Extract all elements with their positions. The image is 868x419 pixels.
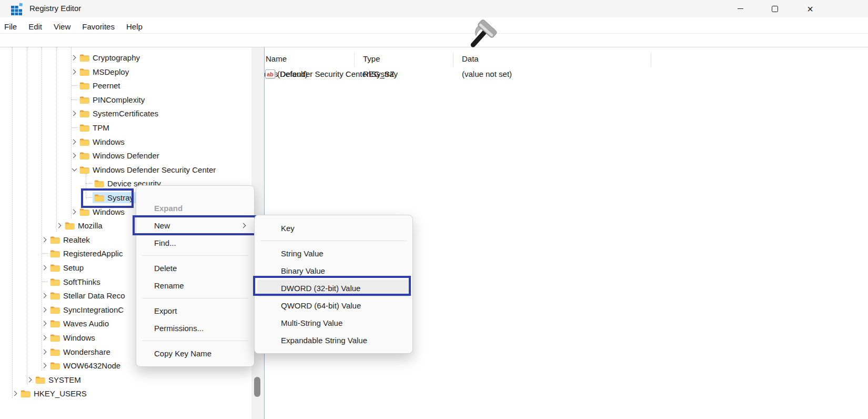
- chevron-icon[interactable]: [41, 348, 48, 355]
- chevron-icon[interactable]: [56, 222, 63, 230]
- tree-item-body[interactable]: Mozilla: [63, 220, 106, 231]
- tree-item-windows[interactable]: Windows: [0, 135, 251, 149]
- maximize-button[interactable]: [763, 0, 787, 17]
- tree-item-body[interactable]: SoftThinks: [48, 276, 104, 287]
- folder-icon: [79, 208, 89, 216]
- menubar-item-favorites[interactable]: Favorites: [76, 22, 120, 31]
- chevron-icon[interactable]: [70, 68, 78, 75]
- minimize-button[interactable]: [728, 0, 752, 17]
- tree-item-label: MSDeploy: [93, 67, 129, 76]
- chevron-icon[interactable]: [41, 306, 48, 313]
- folder-icon: [50, 306, 60, 314]
- menu-item-label: String Value: [281, 249, 324, 258]
- menu-item-delete[interactable]: Delete: [139, 260, 251, 277]
- menu-item-find[interactable]: Find...: [139, 234, 251, 252]
- tree-item-windows-defender-security-center[interactable]: Windows Defender Security Center: [0, 163, 251, 177]
- menu-item-label: Find...: [154, 238, 176, 247]
- menu-item-qword-64-bit-value[interactable]: QWORD (64-bit) Value: [257, 297, 410, 314]
- tree-item-body[interactable]: Realtek: [48, 234, 94, 245]
- chevron-icon[interactable]: [70, 110, 78, 117]
- tree-item-msdeploy[interactable]: MSDeploy: [0, 65, 251, 79]
- menu-item-expandable-string-value[interactable]: Expandable String Value: [257, 332, 410, 349]
- tree-item-body[interactable]: TPM: [78, 122, 113, 133]
- tree-item-body[interactable]: Windows: [78, 136, 128, 147]
- column-separator[interactable]: [651, 53, 651, 67]
- tree-item-body[interactable]: Cryptography: [78, 52, 144, 63]
- chevron-icon[interactable]: [70, 54, 78, 62]
- chevron-icon[interactable]: [41, 320, 48, 327]
- tree-item-pincomplexity[interactable]: PINComplexity: [0, 93, 251, 107]
- tree-item-body[interactable]: HKEY_USERS: [19, 388, 90, 399]
- chevron-icon[interactable]: [70, 208, 78, 215]
- column-separator[interactable]: [354, 53, 355, 67]
- chevron-icon[interactable]: [41, 292, 48, 300]
- address-bar[interactable]: Computer\HKEY_LOCAL_MACHINE\SOFTWARE\Pol…: [0, 34, 868, 47]
- column-header-name[interactable]: Name: [266, 54, 287, 63]
- tree-item-tpm[interactable]: TPM: [0, 121, 251, 135]
- tree-scrollbar-thumb[interactable]: [254, 377, 260, 397]
- tree-item-hkey-users[interactable]: HKEY_USERS: [0, 386, 251, 401]
- window-title: Registry Editor: [29, 4, 81, 13]
- tree-item-cryptography[interactable]: Cryptography: [0, 51, 251, 65]
- tree-item-windows-defender[interactable]: Windows Defender: [0, 148, 251, 163]
- chevron-icon: [41, 278, 48, 285]
- tree-indent: [0, 57, 70, 58]
- menubar-item-help[interactable]: Help: [120, 22, 148, 31]
- tree-item-body[interactable]: PINComplexity: [78, 94, 148, 105]
- chevron-icon[interactable]: [41, 236, 48, 243]
- menu-item-string-value[interactable]: String Value: [257, 245, 410, 262]
- value-name[interactable]: (Default): [277, 69, 308, 78]
- chevron-icon[interactable]: [41, 264, 48, 272]
- menu-item-copy-key-name[interactable]: Copy Key Name: [139, 345, 251, 362]
- column-header-type[interactable]: Type: [363, 54, 380, 63]
- chevron-icon: [85, 180, 93, 187]
- tree-item-body[interactable]: Waves Audio: [48, 318, 113, 329]
- tree-item-body[interactable]: Peernet: [78, 80, 124, 91]
- column-header-data[interactable]: Data: [462, 54, 479, 63]
- chevron-icon[interactable]: [41, 334, 48, 342]
- menu-item-permissions[interactable]: Permissions...: [139, 320, 251, 337]
- chevron-icon[interactable]: [41, 362, 48, 370]
- tree-item-body[interactable]: SystemCertificates: [78, 108, 162, 119]
- column-separator[interactable]: [453, 53, 453, 67]
- menu-item-expand[interactable]: Expand: [139, 199, 251, 217]
- tree-item-body[interactable]: Windows Defender Security Center: [78, 164, 219, 175]
- menubar-item-edit[interactable]: Edit: [23, 22, 48, 31]
- tree-item-body[interactable]: SYSTEM: [34, 374, 85, 385]
- tree-item-label: Stellar Data Reco: [63, 291, 125, 300]
- tree-item-body[interactable]: WOW6432Node: [48, 360, 124, 371]
- tree-item-body[interactable]: SyncIntegrationC: [48, 304, 127, 315]
- tree-indent: [0, 183, 85, 184]
- tree-item-body[interactable]: Windows: [48, 332, 99, 343]
- menubar-item-file[interactable]: File: [0, 22, 23, 31]
- tree-item-body[interactable]: MSDeploy: [78, 66, 133, 77]
- menu-item-export[interactable]: Export: [139, 302, 251, 320]
- chevron-icon[interactable]: [26, 376, 34, 383]
- close-button[interactable]: ×: [798, 0, 822, 17]
- menu-item-multi-string-value[interactable]: Multi-String Value: [257, 314, 410, 332]
- folder-icon: [50, 292, 60, 300]
- tree-item-body[interactable]: Windows Defender: [78, 150, 163, 161]
- tree-item-body[interactable]: Wondershare: [48, 346, 114, 357]
- tree-item-system[interactable]: SYSTEM: [0, 373, 251, 387]
- chevron-icon[interactable]: [70, 166, 78, 173]
- chevron-icon[interactable]: [70, 138, 78, 145]
- tree-item-body[interactable]: RegisteredApplic: [48, 248, 126, 259]
- chevron-icon[interactable]: [12, 390, 19, 397]
- menu-item-label: Binary Value: [281, 266, 325, 275]
- tree-item-body[interactable]: Stellar Data Reco: [48, 290, 129, 301]
- chevron-icon[interactable]: [70, 152, 78, 159]
- tree-item-systemcertificates[interactable]: SystemCertificates: [0, 106, 251, 121]
- folder-icon: [79, 166, 89, 174]
- tree-item-body[interactable]: Setup: [48, 262, 87, 273]
- menu-separator: [142, 298, 248, 298]
- menu-item-rename[interactable]: Rename: [139, 277, 251, 294]
- tree-item-peernet[interactable]: Peernet: [0, 78, 251, 93]
- menu-item-key[interactable]: Key: [257, 220, 410, 237]
- menubar-item-view[interactable]: View: [48, 22, 76, 31]
- tree-item-label: SoftThinks: [63, 277, 100, 286]
- annotation-box-new: [133, 215, 256, 235]
- folder-icon: [79, 96, 89, 104]
- tree-indent: [0, 72, 70, 72]
- title-bar: Registry Editor ×: [0, 0, 868, 17]
